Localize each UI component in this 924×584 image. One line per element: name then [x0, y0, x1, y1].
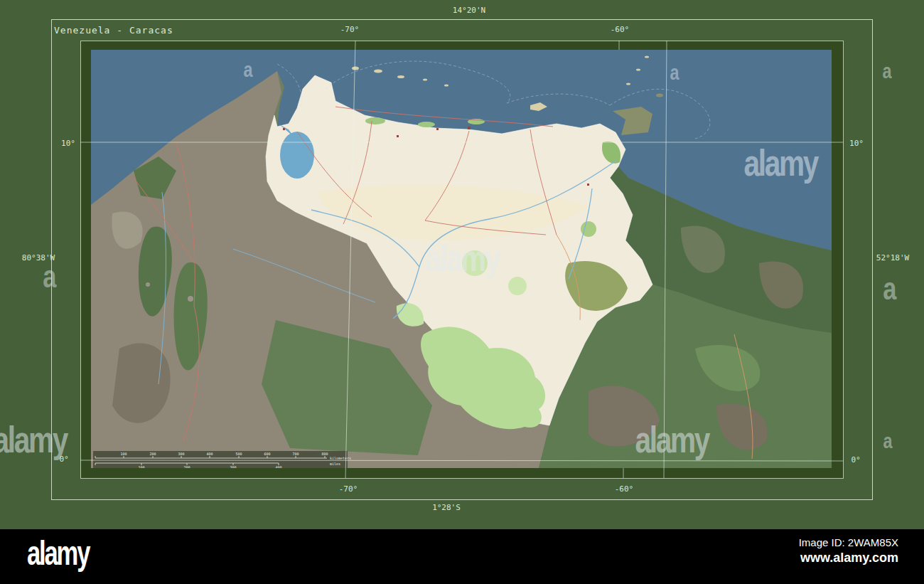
label-bottom-meridian-60: -60° — [615, 485, 634, 494]
topographic-map: 100 200 300 400 500 600 700 800 kilomete… — [91, 50, 832, 468]
lake-maracaibo — [280, 132, 314, 179]
alamy-footer-bar: alamy Image ID: 2WAM85X www.alamy.com — [0, 529, 924, 584]
park-area — [365, 117, 385, 124]
svg-text:700: 700 — [292, 452, 299, 456]
label-top-center-lat: 14°20'N — [453, 6, 485, 15]
label-top-meridian-60: -60° — [611, 26, 630, 34]
map-image: 100 200 300 400 500 600 700 800 kilomete… — [91, 50, 832, 468]
label-left-parallel-10: 10° — [61, 139, 75, 148]
label-left-parallel-0: 0° — [59, 455, 68, 464]
scale-bar: 100 200 300 400 500 600 700 800 kilomete… — [93, 451, 351, 468]
label-top-meridian-70: -70° — [340, 26, 360, 34]
svg-text:300: 300 — [230, 465, 236, 468]
svg-text:500: 500 — [235, 452, 242, 456]
svg-text:200: 200 — [183, 465, 190, 468]
footer-info: Image ID: 2WAM85X www.alamy.com — [799, 536, 898, 566]
svg-text:400: 400 — [275, 465, 281, 468]
park-area — [508, 277, 527, 295]
svg-text:100: 100 — [138, 465, 144, 468]
svg-text:800: 800 — [321, 452, 328, 456]
watermark-a-right: a — [868, 273, 910, 304]
label-left-center-lon: 80°38'W — [22, 254, 55, 262]
park-area — [462, 250, 488, 276]
svg-text:miles: miles — [330, 462, 340, 466]
website-text: www.alamy.com — [799, 551, 898, 566]
label-right-parallel-10: 10° — [849, 139, 864, 148]
label-right-parallel-0: 0° — [851, 456, 860, 464]
watermark-a-top3: a — [872, 60, 901, 82]
label-bottom-meridian-70: -70° — [339, 485, 358, 494]
alamy-logo: alamy — [27, 533, 89, 573]
label-right-center-lon: 52°18'W — [876, 254, 909, 262]
label-bottom-center-lat: 1°28'S — [432, 504, 461, 512]
watermark-a-bottom: a — [873, 430, 901, 452]
svg-text:kilometers: kilometers — [330, 456, 351, 460]
map-panel: 100 200 300 400 500 600 700 800 kilomete… — [80, 41, 844, 479]
svg-text:600: 600 — [264, 452, 270, 456]
svg-text:200: 200 — [149, 452, 156, 456]
stock-photo-page: 100 200 300 400 500 600 700 800 kilomete… — [0, 0, 924, 584]
city-blob — [146, 282, 150, 287]
map-title: Venezuela - Caracas — [54, 26, 173, 36]
svg-text:400: 400 — [206, 452, 213, 456]
svg-text:300: 300 — [178, 452, 184, 456]
svg-text:100: 100 — [120, 452, 127, 456]
city-blob — [188, 296, 193, 302]
park-area — [418, 122, 435, 127]
image-id-text: Image ID: 2WAM85X — [799, 536, 898, 548]
